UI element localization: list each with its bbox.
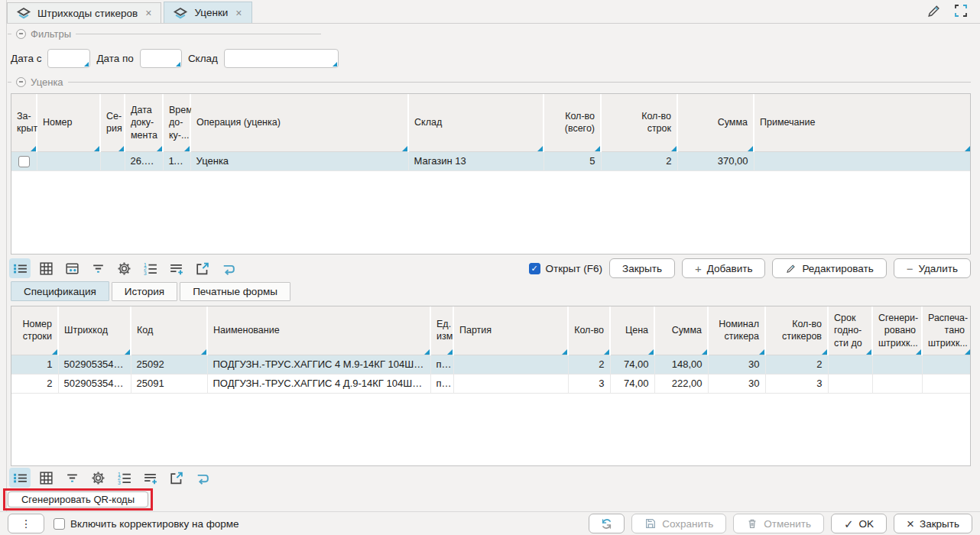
column-header-sticker-nominal[interactable]: Номинал стикера [708, 306, 765, 355]
layers-icon [15, 5, 32, 21]
document-row[interactable]: 26.11.25 11:03 Уценка Магазин 13 5 2 370… [11, 151, 970, 170]
tab-close-icon[interactable]: × [235, 7, 242, 19]
doc-qty-total-cell: 5 [544, 151, 601, 170]
edit-button[interactable] [925, 2, 942, 19]
tab-specification[interactable]: Спецификация [11, 281, 109, 301]
filter-button[interactable] [87, 258, 109, 278]
list-view-button[interactable] [9, 258, 31, 278]
ok-button[interactable]: ✓OK [831, 514, 887, 533]
column-header-unit[interactable]: Ед. изм [430, 306, 453, 355]
filters-row: Дата с Дата по Склад [11, 48, 339, 68]
row-closed-checkbox[interactable] [18, 156, 30, 167]
pencil-icon [926, 3, 942, 19]
column-header-series[interactable]: Се- рия [100, 94, 125, 151]
tab-history[interactable]: История [112, 282, 177, 301]
open-external-button[interactable] [165, 468, 187, 488]
column-header-generated[interactable]: Сгенери- ровано штрихк... [872, 306, 922, 355]
spec-row[interactable]: 1 5029053545837 25092 ПОДГУЗН.-ТРУС.ХАГГ… [11, 355, 970, 374]
grid-view-button[interactable] [35, 258, 57, 278]
add-row-button[interactable] [139, 468, 161, 488]
calendar-add-button[interactable] [61, 258, 83, 278]
statusbar-actions: Сохранить Отменить ✓OK ×Закрыть [589, 514, 972, 533]
column-header-number[interactable]: Номер [37, 94, 100, 151]
close-doc-button[interactable]: Закрыть [609, 258, 675, 278]
tab-close-icon[interactable]: × [145, 7, 151, 19]
tab-print-forms[interactable]: Печатные формы [180, 282, 290, 301]
column-header-doc-time[interactable]: Врем до- ку-... [163, 94, 190, 151]
add-doc-button[interactable]: +Добавить [682, 258, 765, 278]
generate-qr-button[interactable]: Сгенерировать QR-коды [8, 491, 148, 507]
column-header-sum[interactable]: Сумма [654, 306, 708, 355]
column-header-name[interactable]: Наименование [207, 306, 430, 355]
column-header-operation[interactable]: Операция (уценка) [190, 94, 408, 151]
date-to-label: Дата по [96, 53, 133, 64]
edit-doc-button[interactable]: Редактировать [772, 258, 886, 278]
open-f6-checkbox[interactable]: ✓ Открыт (F6) [529, 263, 602, 274]
collapse-filters-icon[interactable] [16, 29, 26, 39]
list-view-button[interactable] [9, 468, 31, 488]
menu-button[interactable]: ⋮ [8, 514, 44, 533]
cancel-button[interactable]: Отменить [733, 514, 824, 533]
refresh-button[interactable] [589, 514, 625, 533]
list-icon [12, 470, 28, 486]
numbered-list-button[interactable] [139, 258, 161, 278]
date-from-input[interactable] [47, 49, 90, 68]
column-header-printed[interactable]: Распеча- тано штрихк... [922, 306, 970, 355]
spec-row[interactable]: 2 5029053545844 25091 ПОДГУЗН.-ТРУС.ХАГГ… [11, 374, 970, 393]
column-header-sum[interactable]: Сумма [677, 94, 754, 151]
filter-button[interactable] [61, 468, 83, 488]
column-header-code[interactable]: Код [131, 306, 207, 355]
column-header-doc-date[interactable]: Дата доку- мента [125, 94, 163, 151]
column-header-expiry[interactable]: Срок годно- сти до [828, 306, 872, 355]
add-row-button[interactable] [165, 258, 187, 278]
doc-qty-lines-cell: 2 [601, 151, 677, 170]
column-header-line-number[interactable]: Номер строки [11, 306, 58, 355]
trash-icon [746, 517, 758, 530]
doc-date-cell: 26.11.25 [125, 151, 163, 170]
external-link-icon [194, 261, 210, 277]
numbered-list-icon [142, 261, 158, 277]
correction-checkbox[interactable]: Включить корректировку на форме [54, 518, 239, 530]
tab-barcode-stickers[interactable]: Штрихкоды стикеров × [7, 2, 161, 23]
date-from-label: Дата с [11, 53, 41, 64]
repeat-icon [194, 470, 210, 486]
fullscreen-button[interactable] [952, 2, 969, 19]
delete-doc-button[interactable]: −Удалить [894, 258, 971, 278]
detail-tabbar: Спецификация История Печатные формы [11, 281, 293, 301]
plus-icon: + [695, 263, 702, 274]
column-header-qty-total[interactable]: Кол-во (всего) [544, 94, 601, 151]
tab-label: Штрихкоды стикеров [37, 8, 138, 19]
filters-group-header: Фильтры [8, 28, 321, 40]
column-header-note[interactable]: Примечание [754, 94, 970, 151]
warehouse-input[interactable] [224, 49, 339, 68]
expand-icon [953, 3, 969, 18]
save-button[interactable]: Сохранить [631, 514, 726, 533]
left-divider [6, 0, 7, 535]
reload-button[interactable] [217, 258, 239, 278]
column-header-qty[interactable]: Кол-во [568, 306, 610, 355]
checkbox-unchecked-icon[interactable] [54, 518, 65, 530]
documents-actions: ✓ Открыт (F6) Закрыть +Добавить Редактир… [529, 258, 972, 279]
column-header-sticker-qty[interactable]: Кол-во стикеров [765, 306, 828, 355]
settings-button[interactable] [113, 258, 135, 278]
column-header-warehouse[interactable]: Склад [408, 94, 544, 151]
grid-icon [38, 261, 54, 277]
column-header-qty-lines[interactable]: Кол-во строк [601, 94, 677, 151]
date-to-input[interactable] [140, 49, 182, 68]
close-button[interactable]: ×Закрыть [894, 514, 972, 533]
reload-button[interactable] [191, 468, 213, 488]
column-header-batch[interactable]: Партия [453, 306, 568, 355]
column-header-barcode[interactable]: Штрихкод [58, 306, 131, 355]
open-external-button[interactable] [191, 258, 213, 278]
column-header-closed[interactable]: За- крыт [11, 94, 37, 151]
refresh-icon [600, 517, 613, 530]
settings-button[interactable] [87, 468, 109, 488]
check-icon: ✓ [844, 518, 854, 530]
numbered-list-button[interactable] [113, 468, 135, 488]
column-header-price[interactable]: Цена [610, 306, 654, 355]
grid-view-button[interactable] [35, 468, 57, 488]
list-plus-icon [168, 261, 184, 277]
checkbox-checked-icon[interactable]: ✓ [529, 263, 540, 274]
tab-markdowns[interactable]: Уценки × [164, 2, 251, 23]
collapse-markdown-icon[interactable] [16, 77, 26, 87]
